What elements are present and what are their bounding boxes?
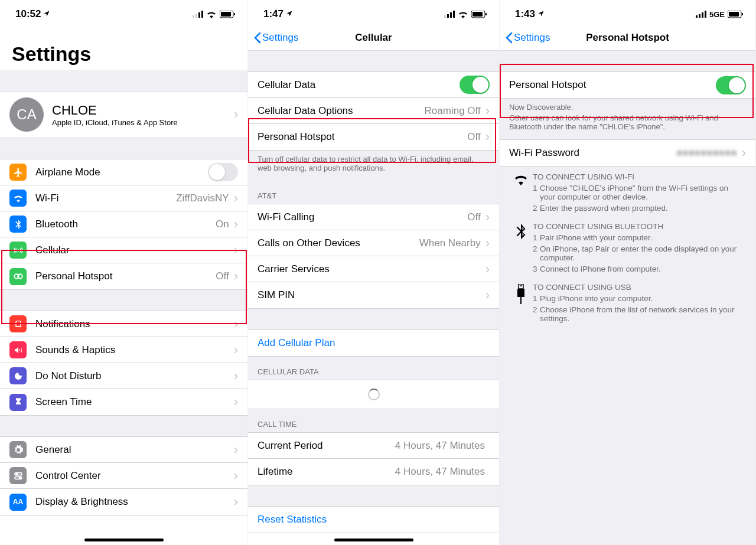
back-button[interactable]: Settings <box>506 32 550 44</box>
row-detail: Off <box>467 131 480 143</box>
svg-rect-19 <box>453 11 455 18</box>
chevron-icon: › <box>234 394 238 410</box>
chevron-icon: › <box>234 494 238 510</box>
hotspot-pane: 1:43 5GE Settings Personal Hotspot Perso… <box>500 0 756 545</box>
instr-step: Enter the password when prompted. <box>540 204 668 213</box>
chevron-icon: › <box>234 442 238 458</box>
chevron-icon: › <box>485 262 490 277</box>
instr-title: TO CONNECT USING BLUETOOTH <box>533 222 746 231</box>
status-time: 1:43 <box>515 8 535 20</box>
signal-icon <box>696 11 706 18</box>
svg-rect-25 <box>702 12 703 18</box>
cellular-row[interactable]: Cellular › <box>0 237 247 263</box>
spinner-icon <box>368 389 380 400</box>
signal-icon <box>193 11 203 18</box>
location-icon <box>43 8 50 20</box>
speaker-icon <box>9 341 27 358</box>
hotspot-row[interactable]: Personal Hotspot Off › <box>0 263 247 289</box>
svg-rect-17 <box>447 14 449 18</box>
svg-rect-6 <box>234 13 235 15</box>
nav-title: Personal Hotspot <box>586 32 669 44</box>
aa-icon: AA <box>9 494 27 511</box>
status-bar: 1:43 5GE <box>500 0 755 25</box>
sounds-row[interactable]: Sounds & Haptics › <box>0 337 247 363</box>
hotspot-toggle[interactable] <box>716 76 746 94</box>
footer-text: Turn off cellular data to restrict all d… <box>248 151 499 181</box>
row-label: Calls on Other Devices <box>258 237 419 249</box>
row-label: General <box>35 444 234 456</box>
svg-rect-23 <box>696 15 698 18</box>
row-label: Carrier Services <box>258 263 485 275</box>
row-label: Add Cellular Plan <box>258 337 490 349</box>
home-indicator[interactable] <box>84 539 164 541</box>
wifi-icon <box>458 11 468 18</box>
cellular-data-toggle[interactable] <box>460 76 490 94</box>
profile-row[interactable]: CA CHLOE Apple ID, iCloud, iTunes & App … <box>0 91 247 138</box>
hotspot-toggle-row[interactable]: Personal Hotspot <box>500 72 755 98</box>
row-label: Current Period <box>258 440 395 452</box>
calls-other-row[interactable]: Calls on Other Devices When Nearby › <box>248 230 499 256</box>
dnd-row[interactable]: Do Not Disturb › <box>0 363 247 389</box>
row-label: Personal Hotspot <box>35 270 216 282</box>
add-plan-row[interactable]: Add Cellular Plan <box>248 330 499 356</box>
section-header: AT&T <box>248 181 499 204</box>
wifi-calling-row[interactable]: Wi-Fi Calling Off › <box>248 204 499 230</box>
svg-rect-5 <box>221 12 231 17</box>
status-bar: 1:47 <box>248 0 499 25</box>
svg-rect-10 <box>16 321 21 326</box>
status-time: 10:52 <box>15 8 41 20</box>
display-row[interactable]: AA Display & Brightness › <box>0 489 247 515</box>
profile-name: CHLOE <box>52 103 234 118</box>
row-detail: 4 Hours, 47 Minutes <box>395 466 485 478</box>
current-period-row: Current Period 4 Hours, 47 Minutes <box>248 433 499 459</box>
svg-rect-29 <box>742 13 743 15</box>
bluetooth-row[interactable]: Bluetooth On › <box>0 211 247 237</box>
nav-bar: Settings Cellular <box>248 25 499 51</box>
nav-bar: Settings Personal Hotspot <box>500 25 755 51</box>
instr-step: Choose iPhone from the list of network s… <box>540 305 746 323</box>
notifications-row[interactable]: Notifications › <box>0 311 247 337</box>
antenna-icon <box>9 242 27 259</box>
airplane-mode-row[interactable]: Airplane Mode <box>0 159 247 185</box>
instr-step: Plug iPhone into your computer. <box>540 294 653 303</box>
row-detail: On <box>216 218 229 230</box>
section-header: CELLULAR DATA <box>248 357 499 380</box>
wifi-instructions: TO CONNECT USING WI-FI 1Choose "CHLOE's … <box>500 167 755 216</box>
moon-icon <box>9 367 27 384</box>
airplane-toggle[interactable] <box>208 163 238 181</box>
back-button[interactable]: Settings <box>254 32 298 44</box>
row-label: Sounds & Haptics <box>35 344 234 356</box>
cellular-pane: 1:47 Settings Cellular Cellular Data Cel… <box>248 0 500 545</box>
control-center-row[interactable]: Control Center › <box>0 463 247 489</box>
instr-step: Pair iPhone with your computer. <box>540 233 653 242</box>
svg-rect-1 <box>195 14 197 18</box>
battery-icon <box>728 11 744 18</box>
cellular-options-row[interactable]: Cellular Data Options Roaming Off › <box>248 98 499 124</box>
profile-sub: Apple ID, iCloud, iTunes & App Store <box>52 118 234 127</box>
row-label: Wi-Fi Password <box>509 147 676 159</box>
svg-rect-2 <box>198 12 200 18</box>
back-label: Settings <box>262 32 298 44</box>
row-label: Reset Statistics <box>258 514 490 526</box>
wifi-row[interactable]: Wi-Fi ZiffDavisNY › <box>0 185 247 211</box>
wifi-password-row[interactable]: Wi-Fi Password ●●●●●●●●●● › <box>500 140 755 166</box>
chevron-icon: › <box>234 468 238 484</box>
row-label: Bluetooth <box>35 218 216 230</box>
row-label: Personal Hotspot <box>509 79 716 91</box>
chevron-icon: › <box>234 342 238 358</box>
row-label: Airplane Mode <box>35 167 208 178</box>
sim-pin-row[interactable]: SIM PIN › <box>248 282 499 308</box>
cellular-data-row[interactable]: Cellular Data <box>248 72 499 98</box>
home-indicator[interactable] <box>334 539 413 541</box>
carrier-services-row[interactable]: Carrier Services › <box>248 256 499 282</box>
personal-hotspot-row[interactable]: Personal Hotspot Off › <box>248 124 499 150</box>
row-detail: When Nearby <box>419 237 481 249</box>
general-row[interactable]: General › <box>0 437 247 463</box>
instr-title: TO CONNECT USING USB <box>533 283 746 292</box>
reset-stats-row[interactable]: Reset Statistics <box>248 507 499 533</box>
screentime-row[interactable]: Screen Time › <box>0 389 247 415</box>
network-label: 5GE <box>709 10 725 19</box>
row-label: Wi-Fi <box>35 192 176 204</box>
avatar: CA <box>9 97 44 132</box>
svg-rect-3 <box>201 11 203 18</box>
